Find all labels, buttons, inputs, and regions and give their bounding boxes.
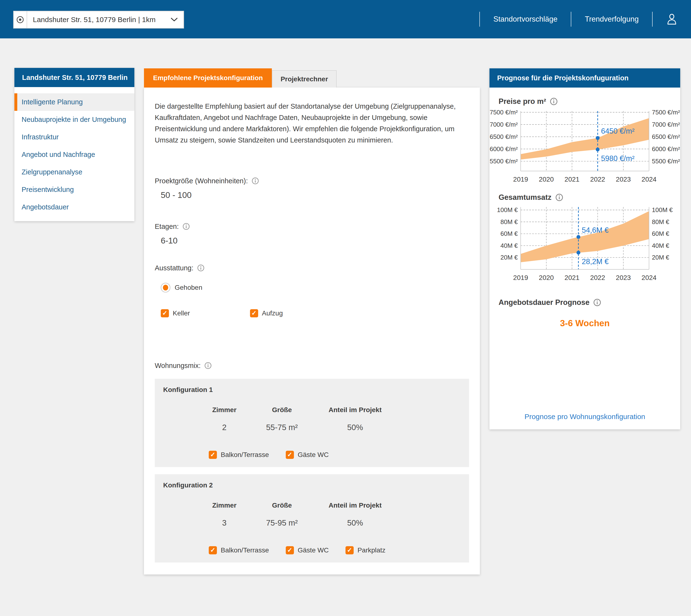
wohnungsmix-field: Wohnungsmix: [155, 362, 469, 370]
svg-text:2021: 2021 [565, 176, 579, 183]
sidebar-item-angebotsdauer[interactable]: Angebotsdauer [15, 198, 134, 216]
zimmer-value: 3 [200, 519, 248, 527]
svg-text:40M €: 40M € [652, 242, 669, 249]
tab-empfohlene-projektskonfiguration[interactable]: Empfohlene Projektskonfiguration [144, 68, 272, 88]
svg-text:54,6M €: 54,6M € [582, 226, 609, 234]
gesamtumsatz-chart: 20M €20M €40M €40M €60M €60M €80M €80M €… [490, 203, 680, 285]
project-size-label: Proektgröße (Wohneinheiten): [155, 177, 248, 185]
konfiguration-1-title: Konfiguration 1 [163, 386, 461, 394]
mix-table-header: Zimmer Größe Anteil im Projekt [200, 502, 461, 509]
radio-label: Gehoben [175, 284, 202, 291]
nav-standortvorschlaege[interactable]: Standortvorschläge [480, 0, 571, 38]
col-groesse: Größe [248, 502, 316, 509]
sidebar-item-angebot-nachfrage[interactable]: Angebot und Nachfrage [15, 146, 134, 163]
checkbox-label: Aufzug [262, 309, 283, 317]
sidebar-item-label: Angebotsdauer [22, 203, 69, 211]
preise-pro-m2-chart: 5500 €/m²5500 €/m²6000 €/m²6000 €/m²6500… [490, 107, 680, 186]
info-icon[interactable] [550, 97, 558, 105]
tab-projektrechner[interactable]: Projektrechner [272, 70, 337, 88]
konfiguration-2-title: Konfiguration 2 [163, 481, 461, 489]
svg-text:5980 €/m²: 5980 €/m² [601, 154, 634, 163]
svg-text:2021: 2021 [565, 274, 579, 281]
svg-text:100M €: 100M € [497, 206, 518, 214]
main-card-body: Die dargestellte Empfehlung basiert auf … [144, 88, 480, 574]
project-size-field: Proektgröße (Wohneinheiten): [155, 177, 469, 185]
sidebar-item-label: Preisentwicklung [22, 186, 74, 194]
user-menu[interactable] [653, 0, 691, 38]
chevron-down-icon[interactable] [171, 18, 178, 22]
svg-text:80M €: 80M € [500, 218, 518, 225]
checkbox-label: Parkplatz [358, 546, 386, 554]
col-zimmer: Zimmer [200, 502, 248, 509]
konfiguration-1-features: Balkon/Terrasse Gäste WC [209, 451, 461, 459]
main-panel: Empfohlene Projektskonfiguration Projekt… [144, 68, 480, 574]
chart1-title: Preise pro m² [499, 97, 546, 106]
prognose-panel: Prognose für die Projektskonfuguration P… [490, 68, 680, 430]
col-anteil: Anteil im Projekt [316, 406, 395, 414]
equipment-label: Ausstattung: [155, 264, 193, 272]
checkbox-checked-icon [250, 309, 258, 317]
mix-table-row: 2 55-75 m² 50% [200, 423, 461, 432]
checkbox-parkplatz[interactable]: Parkplatz [345, 546, 386, 554]
sidebar-item-label: Infrastruktur [22, 133, 59, 141]
mix-table-header: Zimmer Größe Anteil im Projekt [200, 406, 461, 414]
location-text: Landshuter Str. 51, 10779 Berlin | 1km [27, 16, 171, 24]
svg-text:7500 €/m²: 7500 €/m² [652, 109, 680, 116]
active-indicator-bar [15, 93, 17, 111]
sidebar-item-preisentwicklung[interactable]: Preisentwicklung [15, 181, 134, 198]
equipment-radio-gehoben[interactable]: Gehoben [161, 283, 469, 292]
svg-text:60M €: 60M € [652, 230, 669, 237]
radio-selected-icon [161, 283, 170, 292]
anteil-value: 50% [316, 423, 395, 432]
svg-text:20M €: 20M € [500, 254, 518, 261]
equipment-field: Ausstattung: [155, 264, 469, 272]
sidebar-item-zielgruppenanalyse[interactable]: Zielgruppenanalyse [15, 163, 134, 181]
svg-text:6000 €/m²: 6000 €/m² [652, 145, 680, 153]
svg-text:28,2M €: 28,2M € [582, 257, 609, 266]
checkbox-balkon-terrasse[interactable]: Balkon/Terrasse [209, 546, 269, 554]
recommendation-intro-text: Die dargestellte Empfehlung basiert auf … [155, 88, 472, 146]
col-zimmer: Zimmer [200, 406, 248, 414]
user-icon [666, 14, 677, 25]
top-nav: Standortvorschläge Trendverfolgung [479, 0, 691, 38]
floors-label: Etagen: [155, 223, 179, 230]
sidebar-title: Landshuter Str. 51, 10779 Berlin [15, 68, 134, 87]
sidebar-item-label: Intelligente Planung [22, 98, 83, 106]
svg-text:2023: 2023 [616, 274, 631, 281]
checkbox-label: Balkon/Terrasse [221, 546, 269, 554]
konfiguration-2-box: Konfiguration 2 Zimmer Größe Anteil im P… [155, 474, 469, 563]
svg-text:2024: 2024 [642, 176, 656, 183]
checkbox-balkon-terrasse[interactable]: Balkon/Terrasse [209, 451, 269, 459]
info-icon[interactable] [204, 362, 212, 369]
location-selector[interactable]: Landshuter Str. 51, 10779 Berlin | 1km [13, 11, 184, 28]
svg-text:7000 €/m²: 7000 €/m² [652, 121, 680, 128]
info-icon[interactable] [197, 264, 204, 271]
sidebar-item-label: Angebot und Nachfrage [22, 151, 95, 158]
sidebar-item-infrastruktur[interactable]: Infrastruktur [15, 128, 134, 146]
prognose-pro-wohnungskonfiguration-link[interactable]: Prognose pro Wohnungskonfiguration [490, 413, 680, 421]
checkbox-keller[interactable]: Keller [161, 309, 190, 317]
tab-bar: Empfohlene Projektskonfiguration Projekt… [144, 68, 480, 88]
nav-trendverfolgung[interactable]: Trendverfolgung [571, 0, 652, 38]
info-icon[interactable] [556, 194, 563, 201]
sidebar-item-label: Zielgruppenanalyse [22, 168, 82, 176]
sidebar-item-intelligente-planung[interactable]: Intelligente Planung [15, 93, 134, 111]
svg-text:6500 €/m²: 6500 €/m² [652, 133, 680, 140]
chart1-heading: Preise pro m² [499, 97, 680, 106]
info-icon[interactable] [252, 177, 259, 184]
zimmer-value: 2 [200, 423, 248, 432]
checkbox-gaeste-wc[interactable]: Gäste WC [286, 451, 329, 459]
svg-text:5500 €/m²: 5500 €/m² [490, 158, 518, 165]
floors-field: Etagen: [155, 223, 469, 230]
checkbox-checked-icon [286, 451, 294, 459]
floors-value: 6-10 [161, 236, 469, 245]
info-icon[interactable] [182, 223, 190, 230]
sidebar-item-neubauprojekte[interactable]: Neubauprojekte in der Umgebung [15, 111, 134, 128]
konfiguration-2-features: Balkon/Terrasse Gäste WC Parkplatz [209, 546, 461, 554]
checkbox-checked-icon [209, 546, 217, 554]
svg-text:7500 €/m²: 7500 €/m² [490, 109, 518, 116]
checkbox-aufzug[interactable]: Aufzug [250, 309, 283, 317]
checkbox-gaeste-wc[interactable]: Gäste WC [286, 546, 329, 554]
info-icon[interactable] [593, 299, 601, 306]
prognose-panel-title: Prognose für die Projektskonfuguration [490, 68, 680, 88]
